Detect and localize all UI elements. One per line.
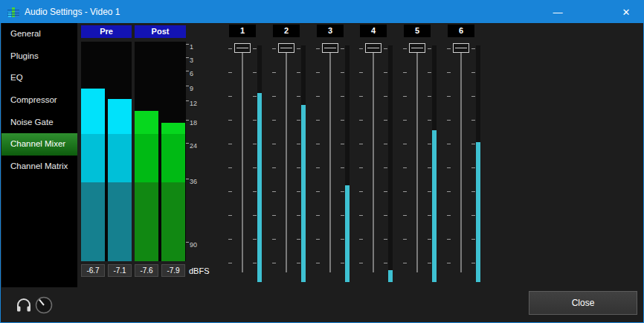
fader-scale-tick — [316, 191, 320, 192]
channel-strip-3: 3 — [309, 23, 352, 291]
fader-scale-tick — [341, 96, 344, 97]
fader-scale-tick — [253, 167, 257, 168]
fader-scale-tick — [428, 167, 431, 168]
fader-scale-tick — [341, 191, 344, 192]
fader-scale-tick — [384, 72, 387, 73]
fader-scale-tick — [316, 215, 320, 216]
fader-scale-tick — [253, 144, 257, 144]
fader-scale-tick — [228, 191, 232, 192]
fader-scale-tick — [359, 167, 363, 168]
fader-scale-tick — [253, 48, 257, 49]
fader-scale-tick — [359, 144, 363, 144]
fader-scale-tick — [359, 48, 363, 49]
channel-number-badge: 4 — [360, 25, 387, 37]
fader-scale-tick — [471, 263, 475, 263]
fader-scale-tick — [272, 72, 276, 73]
fader-scale-tick — [471, 167, 475, 168]
fader-scale-tick — [384, 263, 387, 263]
fader-scale-tick — [272, 48, 276, 49]
fader-scale-tick — [359, 239, 363, 240]
dbfs-unit-label: dBFS — [189, 266, 210, 275]
fader-scale-tick — [228, 96, 232, 97]
fader-scale-tick — [272, 239, 276, 240]
fader-scale-tick — [428, 72, 431, 73]
fader-scale-tick — [316, 167, 320, 168]
fader-scale-tick — [341, 48, 344, 49]
channel-1-fader-handle[interactable] — [234, 43, 251, 53]
fader-scale-tick — [447, 144, 451, 144]
channel-4-fader-track[interactable] — [373, 45, 374, 272]
fader-scale-tick — [341, 239, 344, 240]
channel-4-fader-handle[interactable] — [365, 43, 381, 53]
fader-scale-tick — [471, 215, 475, 216]
fader-scale-tick — [384, 48, 387, 49]
fader-scale-tick — [272, 191, 276, 192]
channel-1-fader-track[interactable] — [242, 45, 243, 272]
fader-scale-tick — [428, 144, 431, 144]
db-scale-label: 24 — [186, 142, 197, 150]
fader-scale-tick — [428, 263, 431, 263]
db-scale-label: 9 — [186, 85, 193, 92]
fader-scale-tick — [341, 167, 344, 168]
fader-scale-tick — [253, 215, 257, 216]
fader-scale-tick — [253, 120, 257, 121]
fader-scale-tick — [403, 144, 407, 144]
meter-readout: -7.6 — [135, 264, 158, 277]
channel-6-meter — [476, 45, 480, 282]
fader-scale-tick — [253, 191, 257, 192]
channel-5-fader-track[interactable] — [416, 45, 418, 272]
fader-scale-tick — [403, 191, 407, 192]
channel-number-badge: 3 — [317, 25, 344, 37]
level-meter-empty — [108, 42, 132, 99]
fader-scale-tick — [384, 215, 387, 216]
channel-number-badge: 5 — [404, 25, 431, 37]
channel-2-meter — [301, 45, 306, 282]
channel-meter-fill — [345, 185, 350, 282]
fader-scale-tick — [403, 215, 407, 216]
fader-scale-tick — [297, 191, 300, 192]
fader-scale-tick — [447, 191, 451, 192]
channel-meter-fill — [432, 130, 437, 282]
channel-6-fader-handle[interactable] — [453, 43, 469, 53]
fader-scale-tick — [447, 120, 451, 121]
fader-scale-tick — [384, 239, 387, 240]
fader-scale-tick — [316, 72, 320, 73]
fader-scale-tick — [272, 144, 276, 144]
fader-scale-tick — [341, 72, 344, 73]
fader-scale-tick — [471, 72, 475, 73]
channel-2-fader-handle[interactable] — [278, 43, 294, 53]
fader-scale-tick — [428, 215, 431, 216]
fader-scale-tick — [316, 96, 320, 97]
fader-scale-tick — [253, 263, 257, 263]
fader-scale-tick — [428, 96, 431, 97]
db-scale-label: 18 — [186, 119, 197, 127]
fader-scale-tick — [384, 120, 387, 121]
fader-scale-tick — [228, 263, 232, 263]
fader-scale-tick — [447, 72, 451, 73]
channel-3-fader-handle[interactable] — [322, 43, 338, 53]
db-scale-label: 12 — [186, 100, 197, 107]
fader-scale-tick — [297, 144, 300, 144]
channel-strip-6: 6 — [439, 23, 483, 291]
channel-1-meter — [257, 45, 262, 282]
fader-scale-tick — [428, 191, 431, 192]
fader-scale-tick — [316, 120, 320, 121]
close-dialog-button[interactable]: Close — [529, 291, 637, 315]
monitor-knob[interactable] — [34, 295, 54, 315]
db-scale-label: 1 — [186, 43, 193, 51]
fader-scale-tick — [447, 239, 451, 240]
level-meter-bar — [108, 42, 132, 261]
fader-scale-tick — [447, 96, 451, 97]
fader-scale-tick — [428, 48, 431, 49]
level-meter-bar — [81, 42, 105, 261]
fader-scale-tick — [403, 48, 407, 49]
post-meter-well — [135, 42, 186, 261]
pre-meter-header: Pre — [81, 25, 132, 38]
fader-scale-tick — [228, 72, 232, 73]
channel-5-fader-handle[interactable] — [409, 43, 425, 53]
fader-scale-tick — [228, 239, 232, 240]
channel-2-fader-track[interactable] — [286, 45, 287, 272]
channel-3-fader-track[interactable] — [329, 45, 331, 272]
fader-scale-tick — [341, 215, 344, 216]
channel-6-fader-track[interactable] — [460, 45, 462, 272]
